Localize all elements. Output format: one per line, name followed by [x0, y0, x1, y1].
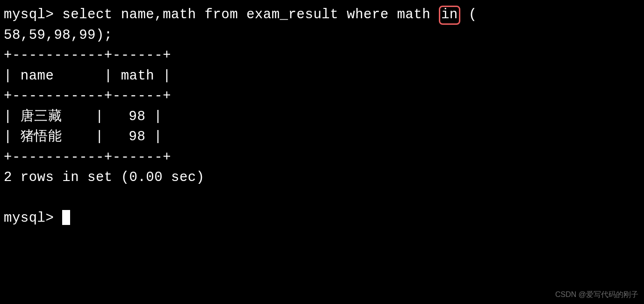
query-line-1: mysql> select name,math from exam_result…: [4, 5, 640, 25]
watermark-text: CSDN @爱写代码的刚子: [555, 289, 638, 300]
mysql-prompt: mysql>: [4, 210, 54, 226]
query-line-2: 58,59,98,99);: [4, 25, 640, 46]
table-border-mid: +-----------+------+: [4, 86, 640, 107]
table-header: | name | math |: [4, 66, 640, 87]
query-text-part2: (: [460, 7, 477, 22]
table-row: | 唐三藏 | 98 |: [4, 107, 640, 127]
blank-line: [4, 188, 640, 209]
result-status: 2 rows in set (0.00 sec): [4, 167, 640, 188]
query-text-part1: select name,math from exam_result where …: [62, 7, 439, 22]
table-row: | 猪悟能 | 98 |: [4, 127, 640, 147]
table-border-top: +-----------+------+: [4, 45, 640, 66]
mysql-prompt: mysql>: [4, 7, 54, 22]
cursor-icon: [62, 210, 70, 225]
prompt-line[interactable]: mysql>: [4, 208, 640, 229]
highlighted-keyword: in: [439, 6, 460, 25]
table-border-bottom: +-----------+------+: [4, 147, 640, 168]
